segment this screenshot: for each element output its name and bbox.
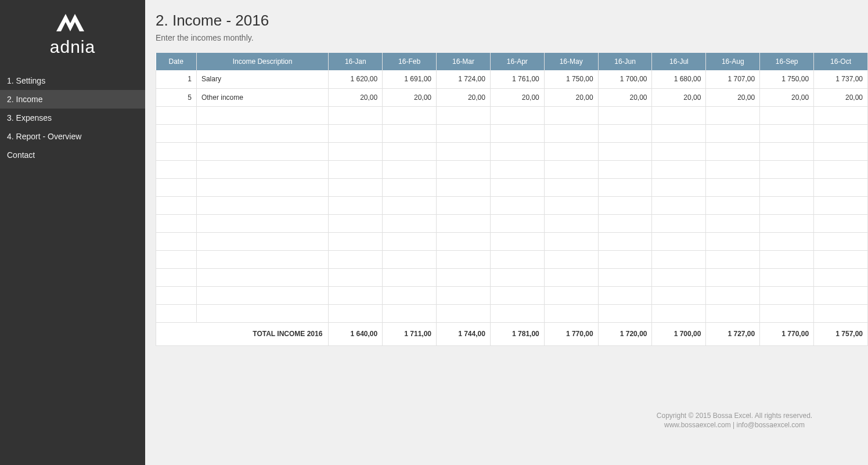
cell-value[interactable] <box>490 232 544 250</box>
cell-value[interactable] <box>437 214 491 232</box>
cell-value[interactable] <box>814 232 868 250</box>
cell-value[interactable] <box>383 268 437 286</box>
cell-value[interactable] <box>706 178 760 196</box>
cell-value[interactable] <box>760 304 814 322</box>
cell-value[interactable] <box>329 106 383 124</box>
cell-description[interactable] <box>196 124 328 142</box>
cell-value[interactable]: 20,00 <box>760 88 814 106</box>
sidebar-item-0[interactable]: 1. Settings <box>0 71 145 90</box>
cell-description[interactable] <box>196 250 328 268</box>
cell-value[interactable] <box>544 178 598 196</box>
cell-value[interactable] <box>814 250 868 268</box>
cell-value[interactable] <box>814 268 868 286</box>
cell-value[interactable] <box>814 214 868 232</box>
cell-value[interactable] <box>544 160 598 178</box>
cell-description[interactable] <box>196 160 328 178</box>
cell-value[interactable] <box>814 286 868 304</box>
cell-value[interactable] <box>652 286 706 304</box>
sidebar-item-1[interactable]: 2. Income <box>0 90 145 109</box>
cell-value[interactable] <box>706 268 760 286</box>
sidebar-item-3[interactable]: 4. Report - Overview <box>0 127 145 146</box>
cell-value[interactable] <box>706 214 760 232</box>
cell-date[interactable] <box>156 160 197 178</box>
cell-value[interactable] <box>652 268 706 286</box>
cell-value[interactable] <box>706 160 760 178</box>
cell-value[interactable] <box>383 124 437 142</box>
cell-value[interactable]: 20,00 <box>814 88 868 106</box>
cell-description[interactable] <box>196 232 328 250</box>
cell-value[interactable] <box>544 196 598 214</box>
cell-description[interactable] <box>196 142 328 160</box>
cell-value[interactable] <box>706 106 760 124</box>
cell-value[interactable] <box>544 214 598 232</box>
cell-value[interactable] <box>544 250 598 268</box>
cell-value[interactable] <box>544 304 598 322</box>
cell-value[interactable] <box>598 304 652 322</box>
cell-value[interactable] <box>652 232 706 250</box>
cell-value[interactable] <box>383 196 437 214</box>
cell-value[interactable]: 20,00 <box>490 88 544 106</box>
cell-value[interactable] <box>598 178 652 196</box>
cell-value[interactable] <box>544 106 598 124</box>
cell-value[interactable]: 20,00 <box>544 88 598 106</box>
cell-date[interactable] <box>156 178 197 196</box>
cell-value[interactable] <box>329 160 383 178</box>
cell-value[interactable]: 20,00 <box>706 88 760 106</box>
cell-value[interactable] <box>814 304 868 322</box>
cell-value[interactable] <box>329 268 383 286</box>
cell-value[interactable] <box>760 160 814 178</box>
cell-value[interactable] <box>490 106 544 124</box>
cell-value[interactable]: 1 707,00 <box>706 70 760 88</box>
cell-value[interactable] <box>652 196 706 214</box>
cell-value[interactable] <box>706 196 760 214</box>
cell-value[interactable] <box>329 196 383 214</box>
cell-value[interactable] <box>760 232 814 250</box>
cell-value[interactable]: 1 700,00 <box>598 70 652 88</box>
cell-value[interactable] <box>760 178 814 196</box>
cell-value[interactable] <box>437 304 491 322</box>
cell-date[interactable] <box>156 250 197 268</box>
cell-date[interactable] <box>156 304 197 322</box>
cell-date[interactable] <box>156 214 197 232</box>
cell-value[interactable] <box>652 250 706 268</box>
cell-value[interactable]: 1 724,00 <box>437 70 491 88</box>
cell-value[interactable]: 1 750,00 <box>760 70 814 88</box>
cell-value[interactable] <box>544 232 598 250</box>
cell-value[interactable] <box>383 304 437 322</box>
cell-value[interactable] <box>652 106 706 124</box>
cell-value[interactable] <box>490 304 544 322</box>
cell-value[interactable] <box>814 106 868 124</box>
cell-value[interactable] <box>706 232 760 250</box>
cell-date[interactable] <box>156 142 197 160</box>
cell-value[interactable] <box>329 142 383 160</box>
cell-value[interactable] <box>490 268 544 286</box>
cell-value[interactable] <box>383 178 437 196</box>
cell-value[interactable] <box>598 232 652 250</box>
cell-value[interactable] <box>490 160 544 178</box>
cell-value[interactable] <box>383 142 437 160</box>
cell-value[interactable] <box>437 286 491 304</box>
cell-value[interactable] <box>814 142 868 160</box>
cell-value[interactable]: 1 680,00 <box>652 70 706 88</box>
cell-value[interactable] <box>383 214 437 232</box>
cell-value[interactable] <box>598 286 652 304</box>
cell-value[interactable] <box>814 178 868 196</box>
cell-value[interactable] <box>329 124 383 142</box>
cell-value[interactable] <box>490 214 544 232</box>
cell-value[interactable] <box>490 124 544 142</box>
cell-value[interactable] <box>706 124 760 142</box>
cell-value[interactable]: 20,00 <box>598 88 652 106</box>
cell-value[interactable] <box>329 250 383 268</box>
cell-value[interactable] <box>598 106 652 124</box>
cell-date[interactable] <box>156 268 197 286</box>
cell-value[interactable] <box>760 142 814 160</box>
cell-value[interactable] <box>598 196 652 214</box>
cell-description[interactable] <box>196 106 328 124</box>
cell-date[interactable] <box>156 286 197 304</box>
cell-value[interactable] <box>760 196 814 214</box>
cell-date[interactable] <box>156 232 197 250</box>
cell-value[interactable] <box>706 250 760 268</box>
cell-description[interactable]: Salary <box>196 70 328 88</box>
cell-date[interactable] <box>156 196 197 214</box>
cell-value[interactable] <box>383 250 437 268</box>
